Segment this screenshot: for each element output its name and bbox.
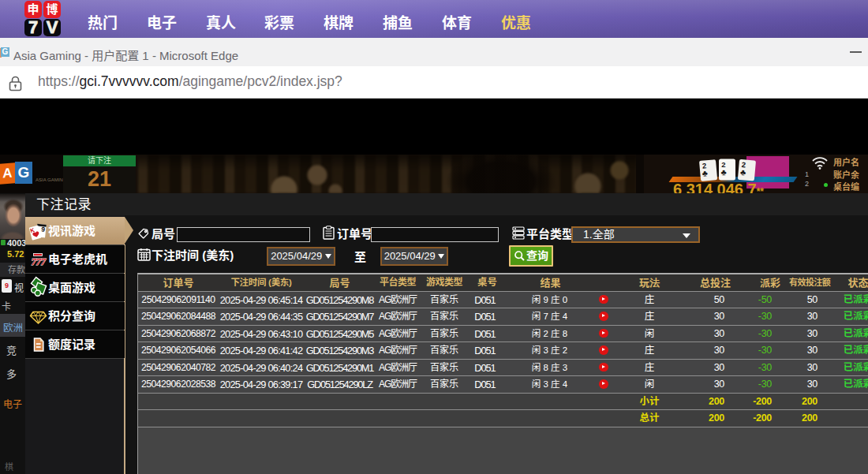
svg-text:♣: ♣: [720, 167, 726, 177]
svg-text:777: 777: [32, 256, 47, 267]
svg-text:♣: ♣: [702, 168, 708, 178]
svg-text:♣: ♣: [740, 167, 746, 177]
